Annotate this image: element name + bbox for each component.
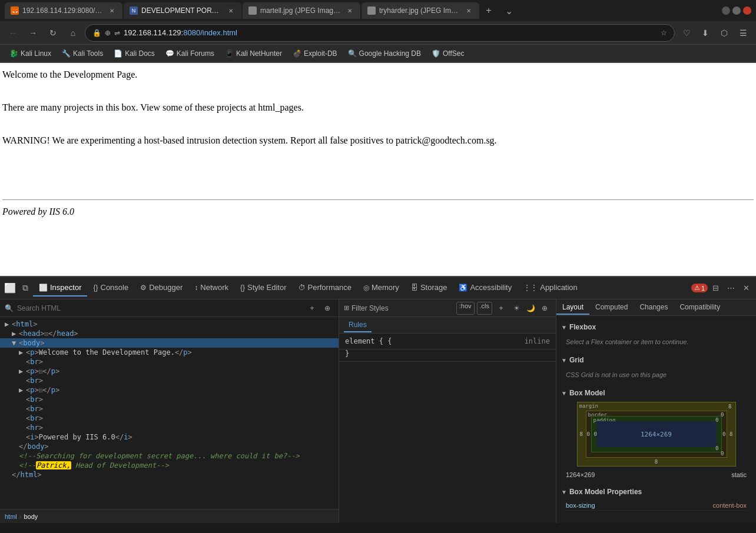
tab-3[interactable]: martell.jpg (JPEG Image, 160... ✕ <box>243 2 360 19</box>
bm-props-header[interactable]: ▼ Box Model Properties <box>561 485 751 498</box>
tree-hr[interactable]: <hr> <box>0 423 339 432</box>
tab-inspector[interactable]: ⬜ Inspector <box>33 279 87 297</box>
application-tab-icon: ⋮⋮ <box>523 284 538 292</box>
p3-toggle[interactable]: ▶ <box>19 386 26 394</box>
tree-br5[interactable]: <br> <box>0 414 339 423</box>
maximize-button[interactable] <box>732 6 741 15</box>
tab-4[interactable]: tryharder.jpg (JPEG Image, 4... ✕ <box>362 2 479 19</box>
tab-overflow-button[interactable]: ⌄ <box>500 2 517 19</box>
tree-html-open[interactable]: ▶ <html> <box>0 319 339 329</box>
p1-toggle[interactable]: ▶ <box>19 348 26 357</box>
tab-style-editor[interactable]: {} Style Editor <box>234 279 293 297</box>
rp-tab-compatibility[interactable]: Compatibility <box>674 301 726 315</box>
light-theme-button[interactable]: ☀ <box>510 302 523 315</box>
html-tree[interactable]: ▶ <html> ▶ <head> ⊡ </head> ▼ <body> <box>0 317 339 509</box>
breadcrumb-body[interactable]: body <box>24 513 38 520</box>
print-mode-button[interactable]: ⊕ <box>538 302 551 315</box>
tab-debugger[interactable]: ⚙ Debugger <box>134 279 188 297</box>
flexbox-section-header[interactable]: ▼ Flexbox <box>561 321 751 334</box>
bookmark-kali-nethunter[interactable]: 📱 Kali NetHunter <box>220 48 287 59</box>
pick-node-button[interactable]: ⊕ <box>321 302 334 315</box>
tree-body-close[interactable]: </body> <box>0 442 339 451</box>
address-bar-actions: ♡ ⬇ ⬡ ☰ <box>678 25 751 41</box>
menu-button[interactable]: ☰ <box>735 25 751 41</box>
close-window-button[interactable] <box>743 6 751 15</box>
rp-tab-layout[interactable]: Layout <box>556 301 589 315</box>
add-node-button[interactable]: + <box>306 302 319 315</box>
hov-badge[interactable]: :hov <box>456 302 475 315</box>
new-tab-button[interactable]: + <box>480 2 497 19</box>
tree-comment2[interactable]: <!--Patrick, Head of Development--> <box>0 461 339 470</box>
tab-2-close[interactable]: ✕ <box>226 6 236 15</box>
rp-tab-changes[interactable]: Changes <box>634 301 674 315</box>
split-console-button[interactable]: ⊟ <box>708 281 723 296</box>
download-button[interactable]: ⬇ <box>697 25 714 41</box>
page-line-1: Welcome to the Development Page. <box>2 68 754 82</box>
tab-network[interactable]: ↕ Network <box>188 279 234 297</box>
tree-p2[interactable]: ▶ <p> ⊡ </p> <box>0 367 339 376</box>
tab-3-close[interactable]: ✕ <box>345 6 354 15</box>
minimize-button[interactable] <box>722 6 730 15</box>
inspector-tab-icon: ⬜ <box>39 284 48 292</box>
bookmark-star-icon[interactable]: ☆ <box>661 29 667 37</box>
dark-theme-button[interactable]: 🌙 <box>524 302 537 315</box>
box-sizing-row: box-sizing content-box <box>566 501 747 511</box>
tree-html-close[interactable]: </html> <box>0 470 339 479</box>
bookmark-kali-tools[interactable]: 🔧 Kali Tools <box>57 48 108 59</box>
grid-section-header[interactable]: ▼ Grid <box>561 354 751 367</box>
html-search-input[interactable] <box>17 304 302 312</box>
body-toggle[interactable]: ▼ <box>12 339 19 347</box>
tab-application[interactable]: ⋮⋮ Application <box>518 279 583 297</box>
tab-2[interactable]: N DEVELOPMENT PORTAL. NO... ✕ <box>124 2 241 19</box>
bookmark-offsec-label: OffSec <box>443 49 464 58</box>
tree-head[interactable]: ▶ <head> ⊡ </head> <box>0 329 339 338</box>
p2-toggle[interactable]: ▶ <box>19 367 26 375</box>
tab-memory[interactable]: ◎ Memory <box>357 279 405 297</box>
cls-badge[interactable]: .cls <box>477 302 493 315</box>
head-toggle[interactable]: ▶ <box>12 329 19 338</box>
reload-button[interactable]: ↻ <box>45 25 61 41</box>
tab-console[interactable]: {} Console <box>87 279 134 297</box>
url-bar[interactable]: 🔒 ⊕ ⇌ 192.168.114.129:8080/index.html ☆ <box>85 24 675 42</box>
rp-tab-computed[interactable]: Computed <box>589 301 634 315</box>
bookmark-kali-linux[interactable]: 🐉 Kali Linux <box>5 48 56 59</box>
pick-element-button[interactable]: ⬜ <box>2 281 18 296</box>
highlighted-name: Patrick, <box>36 461 71 469</box>
home-button[interactable]: ⌂ <box>65 25 81 41</box>
tab-storage[interactable]: 🗄 Storage <box>405 279 453 297</box>
pocket-button[interactable]: ♡ <box>678 25 695 41</box>
breadcrumb-html[interactable]: html <box>5 513 17 520</box>
tree-br1[interactable]: <br> <box>0 357 339 367</box>
bookmark-google-hacking[interactable]: 🔍 Google Hacking DB <box>343 48 426 59</box>
rules-tab[interactable]: Rules <box>344 318 372 332</box>
responsive-design-button[interactable]: ⧉ <box>18 281 33 296</box>
tree-body-open[interactable]: ▼ <body> <box>0 338 339 348</box>
bookmark-kali-forums[interactable]: 💬 Kali Forums <box>161 48 219 59</box>
tab-1[interactable]: 🦊 192.168.114.129:8080/html_p... ✕ <box>5 2 122 19</box>
bookmark-exploit-db[interactable]: 💣 Exploit-DB <box>288 48 342 59</box>
tab-1-close[interactable]: ✕ <box>107 6 117 15</box>
tree-p1[interactable]: ▶ <p> Welcome to the Development Page. <… <box>0 348 339 357</box>
tab-accessibility[interactable]: ♿ Accessibility <box>453 279 518 297</box>
back-button[interactable]: ← <box>5 25 21 41</box>
error-count-badge[interactable]: ⚠ 1 <box>691 284 708 292</box>
forward-button[interactable]: → <box>25 25 41 41</box>
tree-p3[interactable]: ▶ <p> ⊡ </p> <box>0 385 339 395</box>
add-rule-button[interactable]: + <box>495 302 508 315</box>
tree-br2[interactable]: <br> <box>0 376 339 385</box>
bookmark-offsec[interactable]: 🛡️ OffSec <box>427 48 469 59</box>
tab-4-close[interactable]: ✕ <box>464 6 473 15</box>
html-toggle[interactable]: ▶ <box>5 320 12 328</box>
box-model-section-header[interactable]: ▼ Box Model <box>561 387 751 399</box>
devtools-close-button[interactable]: ✕ <box>738 281 754 296</box>
tab-performance[interactable]: ⏱ Performance <box>293 279 357 297</box>
tree-br3[interactable]: <br> <box>0 395 339 404</box>
box-model-border-layer: border 0 padding 0 1264×269 <box>586 411 727 458</box>
tree-comment1[interactable]: <!--Searching for development secret pag… <box>0 451 339 461</box>
application-tab-label: Application <box>540 283 578 292</box>
bookmark-kali-docs[interactable]: 📄 Kali Docs <box>109 48 160 59</box>
devtools-options-button[interactable]: ⋯ <box>723 281 738 296</box>
tree-i[interactable]: <i> Powered by IIS 6.0 </i> <box>0 432 339 442</box>
tree-br4[interactable]: <br> <box>0 404 339 414</box>
extensions-button[interactable]: ⬡ <box>716 25 732 41</box>
